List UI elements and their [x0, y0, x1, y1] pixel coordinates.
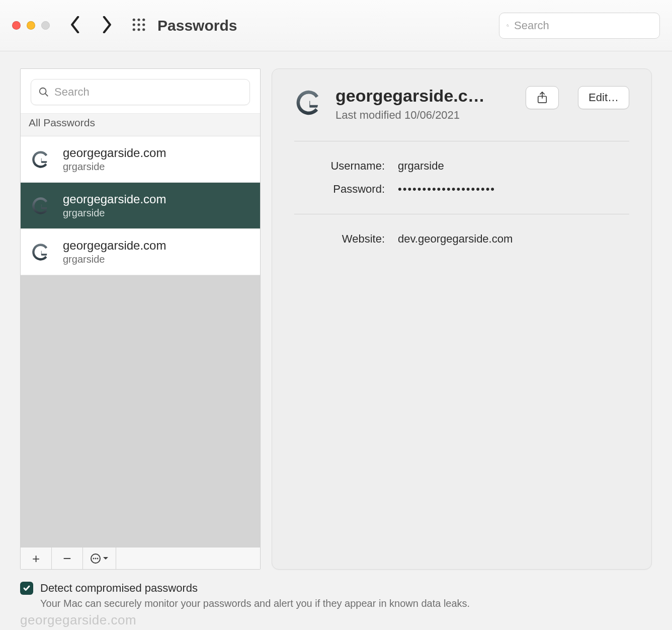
detail-last-modified: Last modified 10/06/2021 [335, 109, 514, 122]
site-favicon [31, 242, 51, 262]
share-button[interactable] [526, 86, 559, 109]
list-item-user: grgarside [63, 161, 166, 173]
detect-compromised-checkbox[interactable] [20, 582, 33, 595]
list-item-site: georgegarside.com [63, 239, 166, 253]
list-section-header: All Passwords [21, 113, 260, 136]
svg-point-2 [142, 18, 145, 21]
more-options-button[interactable] [83, 547, 116, 569]
toolbar-search-input[interactable] [514, 19, 652, 32]
detail-title: georgegarside.c… [335, 86, 496, 106]
svg-point-4 [137, 23, 140, 26]
list-item-site: georgegarside.com [63, 192, 166, 206]
svg-point-9 [40, 88, 46, 95]
toolbar-search[interactable] [499, 13, 660, 39]
svg-point-12 [97, 558, 98, 559]
username-row[interactable]: Username: grgarside [294, 154, 629, 178]
ellipsis-icon [91, 554, 101, 564]
forward-button[interactable] [101, 16, 112, 35]
password-list-item[interactable]: georgegarside.com grgarside [21, 229, 260, 275]
password-list-item[interactable]: georgegarside.com grgarside [21, 183, 260, 229]
password-value-masked: •••••••••••••••••••• [398, 183, 495, 196]
username-label: Username: [294, 160, 385, 173]
back-button[interactable] [70, 16, 81, 35]
window-title: Passwords [157, 17, 237, 34]
remove-password-button[interactable] [52, 547, 83, 569]
all-preferences-button[interactable] [132, 18, 145, 33]
username-value: grgarside [398, 160, 444, 173]
password-detail-panel: georgegarside.c… Last modified 10/06/202… [272, 68, 652, 570]
checkmark-icon [23, 584, 31, 592]
share-icon [537, 91, 548, 104]
website-value: dev.georgegarside.com [398, 232, 513, 246]
grid-icon [132, 18, 145, 31]
list-footer [21, 547, 260, 569]
add-password-button[interactable] [21, 547, 52, 569]
list-item-user: grgarside [63, 254, 166, 265]
svg-point-3 [133, 23, 135, 26]
close-window-button[interactable] [12, 21, 21, 30]
svg-point-8 [142, 28, 145, 31]
chevron-down-icon [103, 556, 109, 562]
site-favicon [31, 149, 51, 170]
nav-arrows [70, 16, 112, 35]
content: All Passwords georgegarside.com grgarsid… [0, 51, 672, 570]
titlebar: Passwords [0, 0, 672, 51]
window-controls [12, 21, 50, 30]
svg-point-0 [133, 18, 135, 21]
password-list-panel: All Passwords georgegarside.com grgarsid… [20, 68, 261, 570]
credentials-section: Username: grgarside Password: ••••••••••… [294, 141, 629, 214]
minimize-window-button[interactable] [27, 21, 35, 30]
edit-button[interactable]: Edit… [578, 86, 629, 109]
svg-point-11 [95, 558, 96, 559]
detect-compromised-label: Detect compromised passwords [40, 582, 198, 595]
svg-point-5 [142, 23, 145, 26]
footer-area: Detect compromised passwords Your Mac ca… [0, 570, 672, 628]
zoom-window-button[interactable] [41, 21, 50, 30]
detail-header: georgegarside.c… Last modified 10/06/202… [294, 86, 629, 141]
watermark: georgegarside.com [20, 612, 652, 628]
password-list-item[interactable]: georgegarside.com grgarside [21, 136, 260, 183]
list-item-user: grgarside [63, 207, 166, 219]
search-icon [507, 20, 509, 32]
svg-point-7 [137, 28, 140, 31]
search-icon [38, 87, 49, 98]
list-search-input[interactable] [54, 86, 242, 99]
detail-favicon [294, 88, 323, 117]
password-label: Password: [294, 183, 385, 196]
svg-point-1 [137, 18, 140, 21]
password-row[interactable]: Password: •••••••••••••••••••• [294, 178, 629, 201]
password-list[interactable]: georgegarside.com grgarside georgegarsid… [21, 136, 260, 547]
detect-compromised-row[interactable]: Detect compromised passwords [20, 582, 652, 595]
site-favicon [31, 196, 51, 216]
svg-point-6 [133, 28, 135, 31]
website-row[interactable]: Website: dev.georgegarside.com [294, 227, 629, 251]
website-section: Website: dev.georgegarside.com [294, 214, 629, 264]
list-search[interactable] [31, 79, 250, 105]
website-label: Website: [294, 232, 385, 246]
detect-compromised-desc: Your Mac can securely monitor your passw… [40, 598, 652, 609]
list-item-site: georgegarside.com [63, 146, 166, 160]
svg-point-10 [93, 558, 94, 559]
